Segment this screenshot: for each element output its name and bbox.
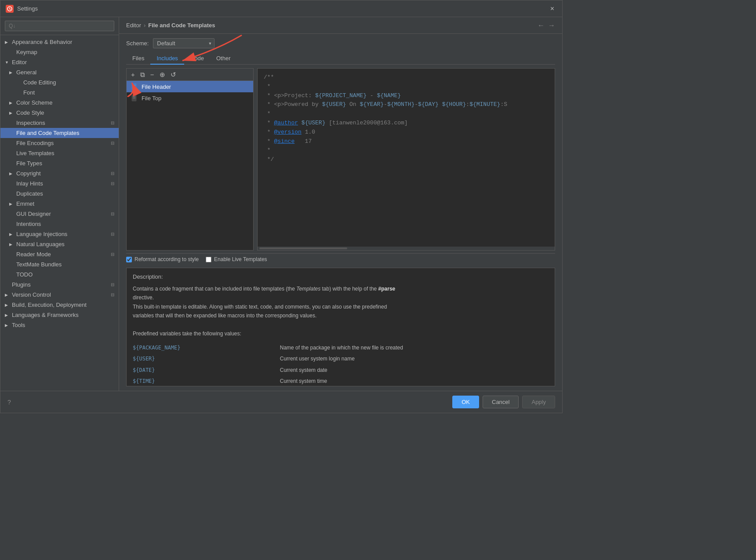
search-box (0, 17, 119, 35)
sidebar-item-file-types[interactable]: ▶ File Types (0, 158, 119, 168)
sidebar-item-code-editing[interactable]: ▶ Code Editing (0, 77, 119, 87)
remove-template-button[interactable]: − (149, 70, 156, 79)
template-list-panel: + ⧉ − ⊕ ↺ (126, 68, 254, 251)
sidebar-item-color-scheme[interactable]: ▶ Color Scheme (0, 98, 119, 108)
copy-template-button[interactable]: ⧉ (138, 70, 147, 79)
desc-bold-parse: #parse (378, 286, 396, 292)
sidebar-item-file-code-templates[interactable]: ▶ File and Code Templates (0, 128, 119, 138)
app-icon (6, 5, 14, 13)
scheme-select[interactable]: Default Project (153, 38, 214, 48)
sidebar-item-languages-frameworks[interactable]: ▶ Languages & Frameworks (0, 310, 119, 320)
sidebar-item-label: Appearance & Behavior (12, 39, 114, 45)
main-content: ▶ Appearance & Behavior ▶ Keymap ▼ Edito… (0, 17, 562, 391)
badge-icon: ⊟ (111, 232, 114, 236)
ok-button[interactable]: OK (452, 396, 479, 408)
bottom-controls: Reformat according to style Enable Live … (126, 253, 555, 265)
sidebar-item-live-templates[interactable]: ▶ Live Templates (0, 148, 119, 158)
nav-arrows: ← → (538, 22, 555, 29)
live-templates-checkbox[interactable] (206, 257, 211, 262)
table-row: ${DATE} Current system date (133, 365, 549, 376)
live-templates-checkbox-row: Enable Live Templates (206, 256, 267, 262)
sidebar-item-label: TODO (16, 271, 114, 278)
breadcrumb: Editor › File and Code Templates (126, 22, 215, 29)
sidebar-item-label: Color Scheme (16, 99, 114, 106)
title-bar: Settings × (0, 0, 562, 17)
sidebar-item-label: Plugins (12, 281, 106, 288)
add-template-button[interactable]: + (129, 70, 137, 79)
duplicate-template-button[interactable]: ⊕ (158, 70, 167, 79)
sidebar-item-file-encodings[interactable]: ▶ File Encodings ⊟ (0, 138, 119, 148)
reformat-checkbox[interactable] (126, 257, 132, 262)
expand-arrow-icon: ▶ (5, 323, 9, 327)
sidebar-item-keymap[interactable]: ▶ Keymap (0, 47, 119, 57)
reset-template-button[interactable]: ↺ (169, 70, 178, 79)
sidebar-item-duplicates[interactable]: ▶ Duplicates (0, 189, 119, 199)
template-file-icon (131, 95, 138, 102)
scheme-select-wrapper: Default Project (153, 38, 214, 48)
code-editor-wrapper: /** * * <p>Project: ${PROJECT_NAME} - ${… (257, 68, 555, 251)
scrollbar-thumb (259, 247, 347, 249)
code-editor[interactable]: /** * * <p>Project: ${PROJECT_NAME} - ${… (258, 69, 555, 247)
description-text: Contains a code fragment that can be inc… (133, 284, 549, 338)
variable-name: ${PACKAGE_NAME} (133, 342, 280, 353)
sidebar-item-tools[interactable]: ▶ Tools (0, 320, 119, 330)
sidebar-item-font[interactable]: ▶ Font (0, 87, 119, 98)
variable-name: ${USER} (133, 353, 280, 364)
tab-other[interactable]: Other (210, 53, 237, 65)
sidebar-item-intentions[interactable]: ▶ Intentions (0, 219, 119, 229)
sidebar-item-natural-languages[interactable]: ▶ Natural Languages (0, 239, 119, 249)
tab-files[interactable]: Files (126, 53, 150, 65)
sidebar-item-gui-designer[interactable]: ▶ GUI Designer ⊟ (0, 209, 119, 219)
template-list: File Header File Top (127, 81, 253, 250)
sidebar-item-label: Language Injections (16, 231, 106, 237)
sidebar-item-inspections[interactable]: ▶ Inspections ⊟ (0, 118, 119, 128)
badge-icon: ⊟ (111, 252, 114, 257)
sidebar-item-language-injections[interactable]: ▶ Language Injections ⊟ (0, 229, 119, 239)
description-title: Description: (133, 273, 549, 282)
sidebar-item-label: File Types (16, 160, 114, 167)
nav-forward-button[interactable]: → (548, 22, 555, 29)
breadcrumb-section: Editor (126, 22, 141, 29)
cancel-button[interactable]: Cancel (483, 396, 519, 408)
sidebar-item-editor[interactable]: ▼ Editor (0, 57, 119, 67)
sidebar-item-version-control[interactable]: ▶ Version Control ⊟ (0, 290, 119, 300)
sidebar-item-emmet[interactable]: ▶ Emmet (0, 199, 119, 209)
apply-button[interactable]: Apply (522, 396, 555, 408)
sidebar-item-textmate-bundles[interactable]: ▶ TextMate Bundles (0, 259, 119, 269)
sidebar-item-inlay-hints[interactable]: ▶ Inlay Hints ⊟ (0, 178, 119, 189)
expand-arrow-icon: ▶ (5, 303, 9, 307)
close-button[interactable]: × (548, 4, 557, 14)
sidebar-item-appearance[interactable]: ▶ Appearance & Behavior (0, 37, 119, 47)
sidebar-item-label: Languages & Frameworks (12, 312, 114, 318)
list-toolbar: + ⧉ − ⊕ ↺ (127, 69, 253, 81)
sidebar-item-build-execution[interactable]: ▶ Build, Execution, Deployment (0, 300, 119, 310)
sidebar-item-reader-mode[interactable]: ▶ Reader Mode ⊟ (0, 249, 119, 259)
help-button[interactable]: ? (7, 399, 11, 406)
live-templates-label[interactable]: Enable Live Templates (214, 256, 267, 262)
nav-back-button[interactable]: ← (538, 22, 545, 29)
sidebar-item-code-style[interactable]: ▶ Code Style (0, 108, 119, 118)
variable-desc: Current user system login name (280, 353, 549, 364)
template-item-file-top[interactable]: File Top (127, 92, 253, 104)
sidebar-item-label: Copyright (16, 170, 106, 177)
tab-includes[interactable]: Includes (150, 53, 184, 65)
sidebar-item-label: Reader Mode (16, 251, 106, 258)
expand-arrow-icon: ▶ (9, 171, 14, 176)
sidebar-item-label: Keymap (16, 49, 114, 55)
breadcrumb-arrow-icon: › (144, 22, 145, 29)
sidebar-item-plugins[interactable]: ▶ Plugins ⊟ (0, 280, 119, 290)
sidebar-item-general[interactable]: ▶ General (0, 67, 119, 77)
search-input[interactable] (5, 21, 114, 31)
table-row: ${USER} Current user system login name (133, 353, 549, 364)
right-panel: Editor › File and Code Templates ← → Sch… (119, 17, 562, 391)
badge-icon: ⊟ (111, 211, 114, 216)
sidebar-item-todo[interactable]: ▶ TODO (0, 269, 119, 280)
desc-italic-templates: Templates (296, 286, 320, 292)
reformat-label[interactable]: Reformat according to style (134, 256, 199, 262)
sidebar-item-label: Code Editing (23, 79, 114, 86)
sidebar-item-copyright[interactable]: ▶ Copyright ⊟ (0, 168, 119, 178)
horizontal-scrollbar[interactable] (258, 247, 555, 250)
variable-desc: Current system time (280, 376, 549, 386)
template-item-file-header[interactable]: File Header (127, 81, 253, 92)
tab-code[interactable]: Code (184, 53, 210, 65)
